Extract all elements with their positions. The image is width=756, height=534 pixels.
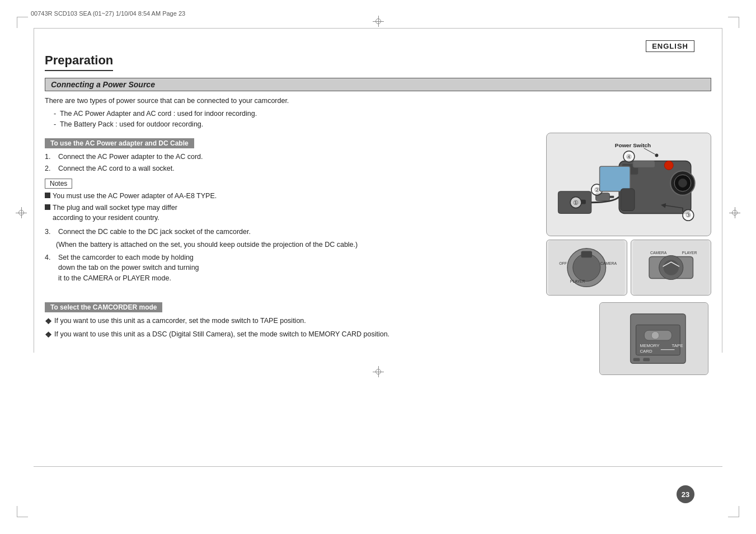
camcorder-mode-section: To select the CAMCORDER mode ❖ If you wa…	[45, 302, 711, 375]
memory-card-image-area: MEMORY CARD TAPE	[599, 302, 711, 375]
crosshair-left	[16, 207, 27, 218]
cam-mode-item-1: ❖ If you want to use this unit as a camc…	[45, 316, 588, 327]
svg-rect-6	[609, 196, 614, 198]
note-2: The plug and wall socket type may differ…	[45, 203, 535, 224]
crosshair-right	[729, 207, 740, 218]
crosshair-top	[373, 16, 384, 27]
svg-text:PLAYER: PLAYER	[682, 251, 697, 255]
svg-text:②: ②	[594, 186, 600, 193]
border-left	[34, 28, 34, 353]
note-1: You must use the AC Power adapter of AA-…	[45, 191, 535, 202]
main-content: Preparation Connecting a Power Source Th…	[45, 53, 711, 500]
bullet-battery: - The Battery Pack : used for outdoor re…	[54, 119, 711, 130]
memory-card-image: MEMORY CARD TAPE	[599, 302, 708, 375]
camcorder-mode-text: To select the CAMCORDER mode ❖ If you wa…	[45, 302, 588, 343]
text-column: To use the AC Power adapter and DC Cable…	[45, 133, 535, 296]
svg-text:①: ①	[573, 199, 579, 206]
two-column-layout: To use the AC Power adapter and DC Cable…	[45, 133, 711, 296]
svg-text:CAMERA: CAMERA	[600, 261, 617, 265]
svg-point-42	[651, 331, 659, 339]
svg-text:TAPE: TAPE	[672, 343, 683, 348]
svg-text:OFF: OFF	[559, 261, 567, 265]
svg-point-12	[678, 179, 687, 188]
page-container: 00743R SCD103 SEA (01~27) 1/10/04 8:54 A…	[0, 0, 756, 534]
header-line: 00743R SCD103 SEA (01~27) 1/10/04 8:54 A…	[31, 10, 725, 17]
step-4: 4. Set the camcorder to each mode by hol…	[45, 252, 535, 284]
svg-rect-14	[600, 167, 630, 192]
svg-text:MEMORY: MEMORY	[640, 343, 660, 348]
corner-mark-br	[728, 506, 739, 517]
step-1: 1. Connect the AC Power adapter to the A…	[45, 152, 535, 162]
camera-switch-image: CAMERA PLAYER	[631, 240, 712, 296]
svg-point-27	[573, 254, 600, 282]
corner-mark-bl	[17, 506, 28, 517]
step-3: 3. Connect the DC cable to the DC jack s…	[45, 227, 535, 250]
bottom-area	[34, 472, 722, 517]
image-column: ① ②	[546, 133, 711, 296]
border-top	[34, 28, 722, 29]
corner-mark-tr	[728, 17, 739, 28]
corner-mark-tl	[17, 17, 28, 28]
section-title: Connecting a Power Source	[51, 80, 155, 89]
subsection1-title: To use the AC Power adapter and DC Cable	[50, 139, 189, 147]
svg-text:③: ③	[685, 212, 691, 219]
svg-text:CAMERA: CAMERA	[650, 251, 667, 255]
power-switch-image: OFF CAMERA PLAYER	[546, 240, 627, 296]
square-bullet-2	[45, 204, 50, 210]
intro-text: There are two types of power source that…	[45, 96, 711, 106]
step-2: 2. Connect the AC cord to a wall socket.	[45, 163, 535, 174]
svg-rect-16	[633, 161, 655, 168]
svg-rect-28	[581, 251, 592, 258]
main-camcorder-image: ① ②	[546, 133, 711, 236]
camcorder-svg: ① ②	[547, 133, 711, 236]
svg-text:CARD: CARD	[640, 349, 652, 354]
svg-rect-48	[643, 358, 650, 362]
cam-mode-item-2: ❖ If you want to use this unit as a DSC …	[45, 329, 588, 341]
page-number: 23	[677, 485, 694, 503]
notes-box: Notes	[45, 179, 72, 189]
border-right	[722, 28, 722, 353]
svg-text:PLAYER: PLAYER	[570, 280, 585, 284]
bottom-images: OFF CAMERA PLAYER	[546, 240, 711, 296]
subsection2-title: To select the CAMCORDER mode	[50, 303, 157, 311]
svg-text:④: ④	[626, 153, 632, 160]
page-title: Preparation	[45, 53, 113, 71]
svg-point-24	[655, 154, 658, 157]
svg-rect-15	[621, 189, 635, 211]
svg-point-17	[664, 161, 673, 170]
svg-text:Power Switch: Power Switch	[615, 142, 651, 148]
square-bullet-1	[45, 193, 50, 198]
file-info: 00743R SCD103 SEA (01~27) 1/10/04 8:54 A…	[31, 10, 185, 17]
svg-rect-47	[633, 358, 640, 362]
language-badge: ENGLISH	[646, 40, 694, 52]
bullet-ac-power: - The AC Power Adapter and AC cord : use…	[54, 109, 711, 119]
notes-label: Notes	[50, 180, 67, 188]
